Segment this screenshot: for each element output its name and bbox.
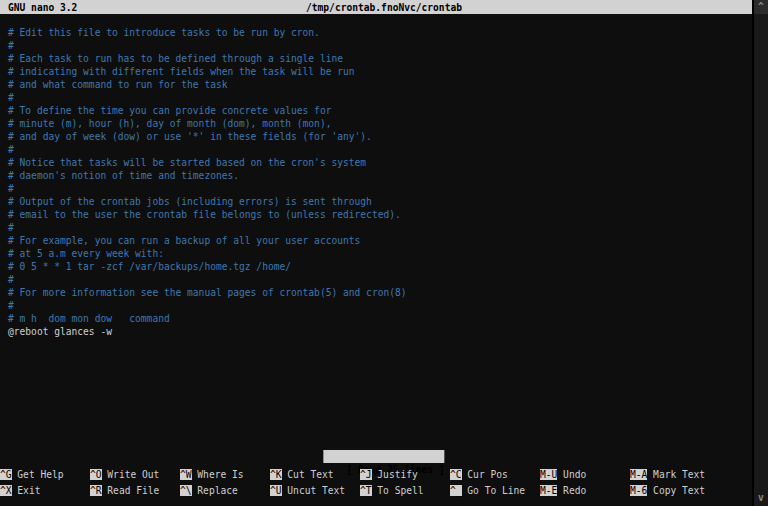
shortcut-get-help: ^G Get Help	[0, 468, 90, 481]
shortcut-justify: ^J Justify	[360, 468, 450, 481]
shortcut-label: Copy Text	[653, 485, 705, 496]
shortcut-key: ^G	[0, 469, 12, 480]
shortcut-label: Where Is	[197, 469, 243, 480]
shortcut-key: ^_	[450, 485, 462, 496]
scrollbar-down-icon[interactable]: v	[754, 491, 768, 504]
scrollbar-up-icon[interactable]: ^	[754, 0, 768, 14]
shortcut-row-1: ^G Get Help^O Write Out^W Where Is^K Cut…	[0, 468, 752, 481]
shortcut-go-to-line: ^_ Go To Line	[450, 484, 540, 497]
editor-line: # and day of week (dow) or use '*' in th…	[8, 130, 748, 143]
shortcut-label: Go To Line	[467, 485, 525, 496]
editor-line: # at 5 a.m every week with:	[8, 247, 748, 260]
shortcut-key: ^K	[270, 469, 282, 480]
shortcut-copy-text: M-6 Copy Text	[630, 484, 720, 497]
shortcut-label: Mark Text	[653, 469, 705, 480]
shortcut-redo: M-E Redo	[540, 484, 630, 497]
shortcut-label: Read File	[107, 485, 159, 496]
shortcut-key: ^C	[450, 469, 462, 480]
shortcut-cur-pos: ^C Cur Pos	[450, 468, 540, 481]
editor-line: #	[8, 182, 748, 195]
editor-line: # Notice that tasks will be started base…	[8, 156, 748, 169]
editor-line: #	[8, 143, 748, 156]
editor-line: #	[8, 299, 748, 312]
shortcut-key: M-A	[630, 469, 647, 480]
editor-line: #	[8, 221, 748, 234]
shortcut-key: ^R	[90, 485, 102, 496]
editor-line-crontab-entry: @reboot glances -w	[8, 325, 748, 338]
shortcut-exit: ^X Exit	[0, 484, 90, 497]
shortcut-label: Get Help	[17, 469, 63, 480]
scrollbar[interactable]: ^ v	[752, 0, 768, 506]
shortcut-key: ^T	[360, 485, 372, 496]
shortcut-key: ^W	[180, 469, 192, 480]
shortcut-key: M-E	[540, 485, 557, 496]
nano-titlebar: GNU nano 3.2 /tmp/crontab.fnoNvc/crontab	[0, 0, 752, 14]
editor-line: # and what command to run for the task	[8, 78, 748, 91]
shortcut-label: Cur Pos	[467, 469, 507, 480]
shortcut-write-out: ^O Write Out	[90, 468, 180, 481]
shortcut-where-is: ^W Where Is	[180, 468, 270, 481]
file-path: /tmp/crontab.fnoNvc/crontab	[0, 1, 768, 14]
editor-line: # 0 5 * * 1 tar -zcf /var/backups/home.t…	[8, 260, 748, 273]
shortcut-uncut-text: ^U Uncut Text	[270, 484, 360, 497]
shortcut-label: Write Out	[107, 469, 159, 480]
shortcut-label: Exit	[17, 485, 40, 496]
editor-line: # daemon's notion of time and timezones.	[8, 169, 748, 182]
shortcut-to-spell: ^T To Spell	[360, 484, 450, 497]
shortcut-label: Justify	[377, 469, 417, 480]
editor-line: # m h dom mon dow command	[8, 312, 748, 325]
editor-line: # To define the time you can provide con…	[8, 104, 748, 117]
editor-line: # Each task to run has to be defined thr…	[8, 52, 748, 65]
terminal-screen: GNU nano 3.2 /tmp/crontab.fnoNvc/crontab…	[0, 0, 768, 506]
shortcut-label: To Spell	[377, 485, 423, 496]
shortcut-label: Uncut Text	[287, 485, 345, 496]
shortcut-key: M-6	[630, 485, 647, 496]
editor-line: # Edit this file to introduce tasks to b…	[8, 26, 748, 39]
editor-line: # For more information see the manual pa…	[8, 286, 748, 299]
shortcut-cut-text: ^K Cut Text	[270, 468, 360, 481]
editor-area[interactable]: # Edit this file to introduce tasks to b…	[8, 26, 748, 338]
editor-line: #	[8, 39, 748, 52]
editor-line: # minute (m), hour (h), day of month (do…	[8, 117, 748, 130]
shortcut-replace: ^\ Replace	[180, 484, 270, 497]
editor-line: # indicating with different fields when …	[8, 65, 748, 78]
shortcut-label: Cut Text	[287, 469, 333, 480]
editor-line: # Output of the crontab jobs (including …	[8, 195, 748, 208]
shortcut-key: ^\	[180, 485, 192, 496]
shortcut-key: ^J	[360, 469, 372, 480]
shortcut-key: ^U	[270, 485, 282, 496]
editor-line: # For example, you can run a backup of a…	[8, 234, 748, 247]
editor-line: #	[8, 273, 748, 286]
shortcut-label: Redo	[563, 485, 586, 496]
shortcut-undo: M-U Undo	[540, 468, 630, 481]
shortcut-key: ^X	[0, 485, 12, 496]
status-bar: [ Read 25 lines ]	[323, 450, 444, 463]
shortcut-key: M-U	[540, 469, 557, 480]
shortcut-label: Replace	[197, 485, 237, 496]
editor-line: #	[8, 91, 748, 104]
shortcut-read-file: ^R Read File	[90, 484, 180, 497]
editor-line: # email to the user the crontab file bel…	[8, 208, 748, 221]
shortcut-label: Undo	[563, 469, 586, 480]
shortcut-key: ^O	[90, 469, 102, 480]
shortcut-row-2: ^X Exit^R Read File^\ Replace^U Uncut Te…	[0, 484, 752, 497]
shortcut-mark-text: M-A Mark Text	[630, 468, 720, 481]
